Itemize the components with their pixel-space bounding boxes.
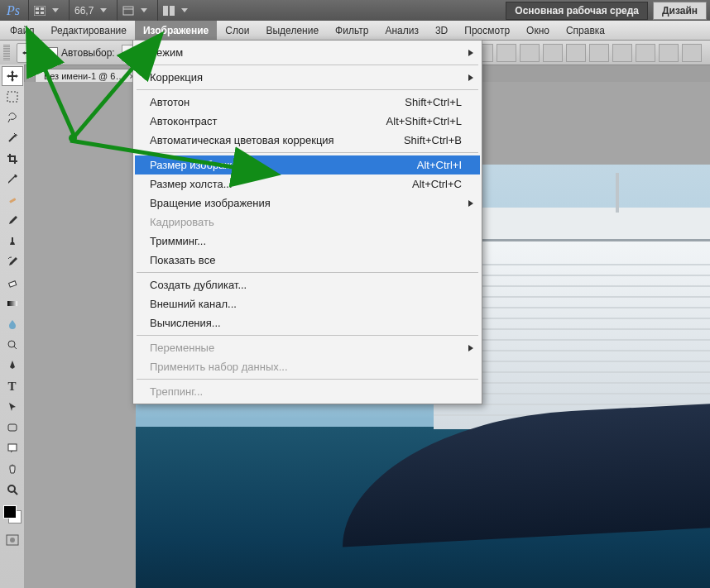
align-icon[interactable] xyxy=(659,44,679,62)
align-icon[interactable] xyxy=(566,44,586,62)
menu-item-label: Показать все xyxy=(150,254,462,266)
menu-analysis[interactable]: Анализ xyxy=(377,21,427,40)
svg-rect-16 xyxy=(8,444,17,451)
align-icon[interactable] xyxy=(682,44,702,62)
svg-rect-15 xyxy=(8,424,17,431)
menu-item[interactable]: Создать дубликат... xyxy=(135,275,480,294)
menu-select[interactable]: Выделение xyxy=(257,21,327,40)
menu-item[interactable]: Размер холста...Alt+Ctrl+C xyxy=(135,174,480,194)
menu-item-shortcut: Alt+Ctrl+C xyxy=(371,178,462,190)
menu-item[interactable]: АвтотонShift+Ctrl+L xyxy=(135,93,480,112)
active-tool-preset[interactable] xyxy=(17,43,40,63)
color-swatches[interactable] xyxy=(3,505,22,523)
grip-handle[interactable] xyxy=(3,45,10,61)
menu-item-label: Размер холста... xyxy=(150,178,371,190)
tool-healing[interactable] xyxy=(2,190,23,210)
tool-gradient[interactable] xyxy=(2,294,23,313)
align-icon[interactable] xyxy=(543,44,563,62)
menu-file[interactable]: Файл xyxy=(2,21,43,40)
align-icon[interactable] xyxy=(520,44,540,62)
menu-item-label: Автоконтраст xyxy=(150,115,371,127)
menu-3d[interactable]: 3D xyxy=(427,21,456,40)
align-icon[interactable] xyxy=(589,44,609,62)
ps-logo: Ps xyxy=(3,3,23,18)
svg-rect-5 xyxy=(123,7,133,15)
submenu-arrow-icon xyxy=(468,50,473,56)
menu-item-label: Переменные xyxy=(150,342,462,354)
menu-item-label: Автоматическая цветовая коррекция xyxy=(150,134,371,146)
menu-item-label: Применить набор данных... xyxy=(150,361,462,373)
fgcolor-swatch[interactable] xyxy=(3,505,17,519)
menu-item[interactable]: Размер изображения...Alt+Ctrl+I xyxy=(135,155,480,174)
tool-stamp[interactable] xyxy=(2,232,23,251)
menu-filter[interactable]: Фильтр xyxy=(327,21,377,40)
submenu-arrow-icon xyxy=(468,345,473,351)
tool-brush[interactable] xyxy=(2,211,23,231)
tool-zoom[interactable] xyxy=(2,480,23,500)
align-icon[interactable] xyxy=(636,44,655,62)
document-title: Без имени-1 @ 6… xyxy=(44,71,124,81)
zoom-value: 66,7 xyxy=(74,5,94,17)
svg-rect-7 xyxy=(163,6,168,16)
menu-item-label: Тримминг... xyxy=(150,235,462,247)
menu-image[interactable]: Изображение xyxy=(135,21,217,40)
menu-item[interactable]: Показать все xyxy=(135,251,480,270)
menu-edit[interactable]: Редактирование xyxy=(43,21,135,40)
tool-history-brush[interactable] xyxy=(2,252,23,272)
tool-path-select[interactable] xyxy=(2,397,23,417)
zoom-level[interactable]: 66,7 xyxy=(69,0,112,21)
menu-item-shortcut: Alt+Shift+Ctrl+L xyxy=(371,115,462,127)
tool-notes[interactable] xyxy=(2,438,23,458)
menu-item-shortcut: Shift+Ctrl+L xyxy=(371,96,462,108)
menu-item[interactable]: Вычисления... xyxy=(135,313,480,332)
menu-help[interactable]: Справка xyxy=(558,21,613,40)
tool-hand[interactable] xyxy=(2,459,23,479)
menu-item[interactable]: АвтоконтрастAlt+Shift+Ctrl+L xyxy=(135,112,480,131)
tool-crop[interactable] xyxy=(2,149,23,169)
workspace-primary-button[interactable]: Основная рабочая среда xyxy=(506,2,648,20)
menu-item[interactable]: Вращение изображения xyxy=(135,194,480,213)
arrange-docs[interactable] xyxy=(157,0,193,21)
menu-item[interactable]: Режим xyxy=(135,43,480,62)
tools-panel: T xyxy=(0,65,25,588)
menu-item[interactable]: Тримминг... xyxy=(135,232,480,251)
bridge-launcher[interactable] xyxy=(28,0,64,21)
align-icon[interactable] xyxy=(497,44,516,62)
view-extras[interactable] xyxy=(117,0,152,21)
svg-rect-8 xyxy=(170,6,175,16)
align-icon[interactable] xyxy=(612,44,632,62)
menu-view[interactable]: Просмотр xyxy=(456,21,518,40)
menu-item-label: Вычисления... xyxy=(150,317,462,329)
tool-type[interactable]: T xyxy=(2,376,23,396)
tool-pen[interactable] xyxy=(2,356,23,375)
menu-item-label: Автотон xyxy=(150,96,371,108)
tool-wand[interactable] xyxy=(2,128,23,148)
menu-item-label: Размер изображения... xyxy=(150,159,371,171)
tool-dodge[interactable] xyxy=(2,335,23,355)
menu-item[interactable]: Коррекция xyxy=(135,68,480,87)
document-tab[interactable]: Без имени-1 @ 6… × xyxy=(35,69,144,83)
menu-item-label: Внешний канал... xyxy=(150,298,462,310)
menu-layers[interactable]: Слои xyxy=(217,21,257,40)
workspace-secondary-button[interactable]: Дизайн xyxy=(653,2,707,20)
menu-item-label: Коррекция xyxy=(150,71,462,84)
tool-marquee[interactable] xyxy=(2,87,23,107)
quickmask-toggle[interactable] xyxy=(2,530,23,550)
svg-rect-3 xyxy=(36,12,39,14)
svg-point-19 xyxy=(10,538,15,543)
svg-rect-1 xyxy=(36,7,39,10)
menu-item[interactable]: Внешний канал... xyxy=(135,294,480,313)
svg-rect-4 xyxy=(41,12,44,14)
autoselect-checkbox[interactable]: Автовыбор: xyxy=(46,47,115,59)
menu-item-label: Кадрировать xyxy=(150,216,462,228)
tool-eraser[interactable] xyxy=(2,273,23,293)
tool-lasso[interactable] xyxy=(2,108,23,127)
menu-item[interactable]: Автоматическая цветовая коррекцияShift+C… xyxy=(135,131,480,150)
tool-move[interactable] xyxy=(2,66,23,86)
tool-shape[interactable] xyxy=(2,418,23,437)
tool-eyedropper[interactable] xyxy=(2,170,23,189)
tool-blur[interactable] xyxy=(2,314,23,334)
svg-rect-2 xyxy=(41,7,44,10)
menu-window[interactable]: Окно xyxy=(518,21,558,40)
menu-item-label: Режим xyxy=(150,46,462,59)
